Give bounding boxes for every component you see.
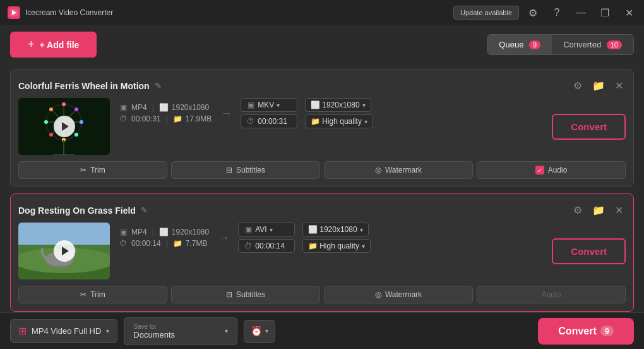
main-content: Colorful Ferris Wheel in Motion ✎ ⚙ 📁 ✕: [0, 64, 644, 317]
card2-edit-icon[interactable]: ✎: [141, 205, 148, 215]
folder-icon1: 📁: [173, 114, 182, 123]
card2-play-button[interactable]: [54, 240, 75, 262]
card2-settings-icon[interactable]: ⚙: [571, 202, 585, 219]
card1-content: ▣ MP4 | ⬜ 1920x1080 ⏱ 00:00:31 | 📁 17.9M…: [18, 98, 626, 155]
svg-rect-28: [63, 266, 66, 269]
card2-time-row: ⏱ 00:00:14 | 📁 7.7MB: [119, 239, 209, 248]
folder-out-icon1: 📁: [311, 117, 319, 126]
card1-convert-button[interactable]: Convert: [552, 114, 626, 140]
svg-point-15: [75, 133, 78, 137]
card2-format-out: AVI: [255, 225, 266, 234]
titlebar: Icecream Video Converter Update availabl…: [0, 0, 644, 25]
converted-tab[interactable]: Converted 10: [552, 35, 633, 54]
card2-subtitles-label: Subtitles: [236, 290, 265, 299]
card1-quality-select[interactable]: 📁 High quality ▾: [305, 114, 373, 128]
minimize-button[interactable]: —: [571, 4, 591, 21]
clock-out-icon1: ⏱: [246, 117, 255, 126]
card1-meta: ▣ MP4 | ⬜ 1920x1080 ⏱ 00:00:31 | 📁 17.9M…: [119, 98, 543, 128]
update-button[interactable]: Update available: [453, 6, 519, 20]
card2-actions: ✂ Trim ⊟ Subtitles ◎ Watermark Audio: [18, 286, 626, 303]
card2-sep1: |: [152, 228, 154, 236]
card2-watermark-label: Watermark: [385, 290, 422, 299]
card1-title: Colorful Ferris Wheel in Motion: [18, 81, 150, 91]
format-preset-select[interactable]: ⊞ MP4 Video Full HD ▾: [10, 319, 117, 343]
timer-button[interactable]: ⏰ ▾: [244, 320, 275, 343]
card1-sep2: |: [166, 114, 168, 123]
card1-format-out-row: ▣ MKV ▾ ⬜ 1920x1080 ▾: [241, 98, 373, 112]
save-to-prefix: Save to:: [133, 323, 175, 330]
card2-convert-button[interactable]: Convert: [552, 238, 626, 264]
help-icon-btn[interactable]: ?: [547, 4, 567, 21]
card1-watermark-button[interactable]: ◎ Watermark: [324, 161, 473, 179]
clock-schedule-icon: ⏰: [251, 326, 263, 337]
card1-duration: 00:00:31: [131, 114, 161, 123]
video-card-2: Dog Resting On Grass Field ✎ ⚙ 📁 ✕: [10, 193, 634, 312]
card1-duration-out-val: 00:00:31: [258, 117, 287, 126]
chevron-down-icon9: ▾: [265, 328, 268, 334]
card2-duration-out: ⏱ 00:00:14: [238, 239, 295, 253]
card2-trim-button[interactable]: ✂ Trim: [18, 286, 167, 303]
bottom-bar: ⊞ MP4 Video Full HD ▾ Save to: Documents…: [0, 312, 644, 349]
card2-meta: ▣ MP4 | ⬜ 1920x1080 ⏱ 00:00:14 | 📁 7.7MB: [119, 223, 543, 253]
card1-trim-button[interactable]: ✂ Trim: [18, 161, 167, 179]
close-button[interactable]: ✕: [619, 4, 639, 21]
queue-tab[interactable]: Queue 9: [487, 35, 552, 54]
queue-tabs: Queue 9 Converted 10: [487, 34, 634, 55]
card1-subtitles-button[interactable]: ⊟ Subtitles: [171, 161, 320, 179]
subtitles-icon: ⊟: [226, 166, 232, 174]
card1-meta-right: ▣ MKV ▾ ⬜ 1920x1080 ▾: [241, 98, 373, 128]
card2-subtitles-button[interactable]: ⊟ Subtitles: [171, 286, 320, 303]
video-card-1: Colorful Ferris Wheel in Motion ✎ ⚙ 📁 ✕: [10, 69, 634, 187]
card2-size: 7.7MB: [186, 239, 208, 248]
card2-duration-out-val: 00:00:14: [255, 242, 285, 250]
card1-format-in: MP4: [131, 103, 147, 112]
save-to-content: Save to: Documents: [133, 323, 175, 340]
card1-play-button[interactable]: [54, 116, 75, 137]
card1-quality: High quality: [322, 117, 362, 126]
play-triangle-icon2: [62, 247, 69, 255]
app-icon: [8, 6, 20, 19]
card1-audio-label: Audio: [548, 166, 568, 174]
card1-thumbnail: [18, 98, 110, 155]
card1-sep1: |: [152, 103, 154, 112]
scissors-icon2: ✂: [80, 290, 86, 299]
card1-format-select[interactable]: ▣ MKV ▾: [241, 98, 297, 112]
card2-info: ▣ MP4 | ⬜ 1920x1080 ⏱ 00:00:14 | 📁 7.7MB: [119, 223, 543, 253]
clock-icon2: ⏱: [119, 239, 128, 248]
card2-sep2: |: [166, 239, 168, 248]
titlebar-left: Icecream Video Converter: [8, 6, 113, 19]
card2-folder-icon[interactable]: 📁: [590, 202, 607, 219]
card1-close-icon[interactable]: ✕: [612, 77, 626, 94]
card2-audio-button[interactable]: Audio: [477, 286, 626, 303]
card1-folder-icon[interactable]: 📁: [590, 77, 607, 94]
card1-time-row: ⏱ 00:00:31 | 📁 17.9MB: [119, 114, 212, 123]
maximize-button[interactable]: ❐: [595, 4, 615, 21]
chevron-down-icon7: ▾: [106, 328, 109, 334]
card1-settings-icon[interactable]: ⚙: [571, 77, 585, 94]
add-file-button[interactable]: + + Add file: [10, 32, 97, 58]
card1-trim-label: Trim: [90, 166, 105, 174]
card2-close-icon[interactable]: ✕: [612, 202, 626, 219]
card2-watermark-button[interactable]: ◎ Watermark: [324, 286, 473, 303]
svg-rect-26: [50, 265, 54, 268]
card1-audio-button[interactable]: Audio: [477, 161, 626, 179]
card2-resolution-in: 1920x1080: [172, 228, 209, 236]
main-convert-button[interactable]: Convert 9: [538, 318, 634, 345]
card1-edit-icon[interactable]: ✎: [155, 81, 162, 90]
card1-title-row: Colorful Ferris Wheel in Motion ✎ ⚙ 📁 ✕: [18, 77, 626, 94]
queue-badge: 9: [529, 40, 540, 49]
save-to-select[interactable]: Save to: Documents ▾: [124, 317, 237, 345]
folder-out-icon2: 📁: [308, 242, 317, 250]
card2-resolution-select[interactable]: ⬜ 1920x1080 ▾: [302, 223, 368, 236]
card2-quality-select[interactable]: 📁 High quality ▾: [302, 239, 371, 253]
settings-icon-btn[interactable]: ⚙: [523, 4, 543, 21]
card2-format-select[interactable]: ▣ AVI ▾: [238, 223, 295, 236]
card1-actions: ✂ Trim ⊟ Subtitles ◎ Watermark Audio: [18, 161, 626, 179]
card1-resolution-select[interactable]: ⬜ 1920x1080 ▾: [305, 98, 371, 112]
card2-trim-label: Trim: [90, 290, 105, 299]
film-icon: ▣: [119, 103, 128, 112]
chevron-down-icon2: ▾: [362, 102, 366, 109]
add-file-label: + Add file: [40, 40, 80, 50]
converted-badge: 10: [607, 40, 622, 49]
chevron-down-icon8: ▾: [225, 328, 228, 334]
